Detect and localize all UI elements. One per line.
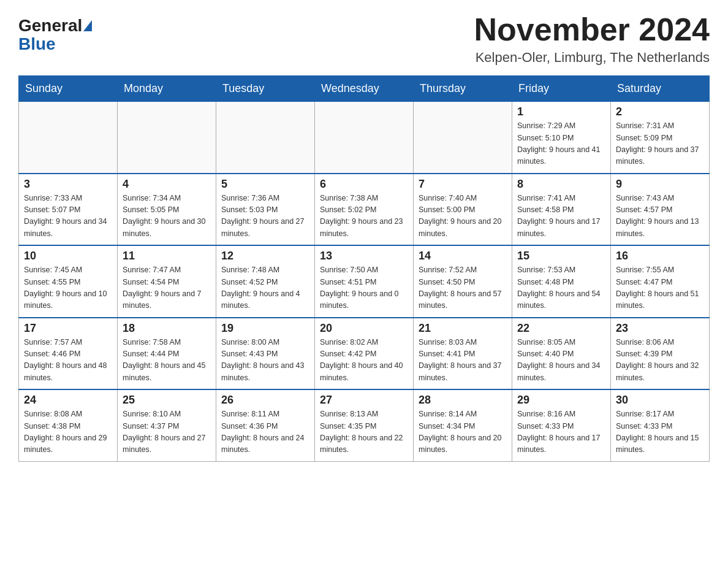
day-info: Sunrise: 8:13 AMSunset: 4:35 PMDaylight:…: [320, 408, 408, 456]
day-number: 16: [616, 250, 704, 262]
day-number: 11: [123, 250, 211, 262]
month-title: November 2024: [474, 12, 710, 47]
day-info: Sunrise: 7:48 AMSunset: 4:52 PMDaylight:…: [221, 264, 309, 312]
calendar-cell: [118, 102, 216, 174]
day-info: Sunrise: 8:10 AMSunset: 4:37 PMDaylight:…: [123, 408, 211, 456]
day-number: 17: [24, 322, 112, 335]
calendar-table: SundayMondayTuesdayWednesdayThursdayFrid…: [18, 75, 710, 462]
day-number: 7: [419, 178, 507, 191]
weekday-header-thursday: Thursday: [414, 76, 512, 102]
calendar-cell: 26Sunrise: 8:11 AMSunset: 4:36 PMDayligh…: [216, 389, 315, 461]
calendar-cell: 19Sunrise: 8:00 AMSunset: 4:43 PMDayligh…: [216, 318, 315, 390]
day-number: 24: [24, 394, 112, 407]
weekday-header-saturday: Saturday: [611, 76, 710, 102]
day-info: Sunrise: 8:08 AMSunset: 4:38 PMDaylight:…: [24, 408, 112, 456]
day-number: 8: [517, 178, 605, 191]
calendar-cell: 5Sunrise: 7:36 AMSunset: 5:03 PMDaylight…: [216, 174, 315, 246]
day-number: 15: [517, 250, 605, 262]
calendar-cell: 11Sunrise: 7:47 AMSunset: 4:54 PMDayligh…: [118, 245, 216, 318]
calendar-cell: 27Sunrise: 8:13 AMSunset: 4:35 PMDayligh…: [315, 389, 414, 461]
day-info: Sunrise: 7:52 AMSunset: 4:50 PMDaylight:…: [419, 264, 507, 312]
day-info: Sunrise: 7:43 AMSunset: 4:57 PMDaylight:…: [616, 193, 704, 240]
calendar-cell: 6Sunrise: 7:38 AMSunset: 5:02 PMDaylight…: [315, 174, 414, 246]
day-info: Sunrise: 7:47 AMSunset: 4:54 PMDaylight:…: [123, 264, 211, 312]
calendar-cell: 9Sunrise: 7:43 AMSunset: 4:57 PMDaylight…: [611, 174, 710, 246]
calendar-cell: 20Sunrise: 8:02 AMSunset: 4:42 PMDayligh…: [315, 318, 414, 390]
day-info: Sunrise: 8:06 AMSunset: 4:39 PMDaylight:…: [616, 337, 704, 385]
day-number: 23: [616, 322, 704, 335]
calendar-cell: 2Sunrise: 7:31 AMSunset: 5:09 PMDaylight…: [611, 102, 710, 174]
calendar-cell: 25Sunrise: 8:10 AMSunset: 4:37 PMDayligh…: [118, 389, 216, 461]
logo-general-text: General: [18, 17, 82, 34]
day-number: 12: [221, 250, 309, 262]
day-info: Sunrise: 7:34 AMSunset: 5:05 PMDaylight:…: [123, 193, 211, 240]
calendar-cell: 29Sunrise: 8:16 AMSunset: 4:33 PMDayligh…: [512, 389, 611, 461]
calendar-cell: [315, 102, 414, 174]
calendar-cell: 18Sunrise: 7:58 AMSunset: 4:44 PMDayligh…: [118, 318, 216, 390]
day-number: 20: [320, 322, 408, 335]
day-number: 14: [419, 250, 507, 262]
weekday-header-friday: Friday: [512, 76, 611, 102]
weekday-header-tuesday: Tuesday: [216, 76, 315, 102]
calendar-cell: [414, 102, 512, 174]
day-info: Sunrise: 7:41 AMSunset: 4:58 PMDaylight:…: [517, 193, 605, 240]
day-number: 30: [616, 394, 704, 407]
day-number: 19: [221, 322, 309, 335]
day-info: Sunrise: 7:50 AMSunset: 4:51 PMDaylight:…: [320, 264, 408, 312]
day-number: 6: [320, 178, 408, 191]
calendar-cell: [19, 102, 118, 174]
calendar-cell: 7Sunrise: 7:40 AMSunset: 5:00 PMDaylight…: [414, 174, 512, 246]
calendar-cell: 1Sunrise: 7:29 AMSunset: 5:10 PMDaylight…: [512, 102, 611, 174]
calendar-cell: [216, 102, 315, 174]
weekday-header-row: SundayMondayTuesdayWednesdayThursdayFrid…: [19, 76, 710, 102]
day-number: 1: [517, 105, 605, 118]
day-info: Sunrise: 7:58 AMSunset: 4:44 PMDaylight:…: [123, 337, 211, 385]
calendar-cell: 15Sunrise: 7:53 AMSunset: 4:48 PMDayligh…: [512, 245, 611, 318]
week-row-2: 3Sunrise: 7:33 AMSunset: 5:07 PMDaylight…: [19, 174, 710, 246]
day-info: Sunrise: 7:31 AMSunset: 5:09 PMDaylight:…: [616, 120, 704, 168]
calendar-cell: 4Sunrise: 7:34 AMSunset: 5:05 PMDaylight…: [118, 174, 216, 246]
weekday-header-wednesday: Wednesday: [315, 76, 414, 102]
day-number: 2: [616, 105, 704, 118]
logo: General Blue: [18, 12, 93, 54]
location-subtitle: Kelpen-Oler, Limburg, The Netherlands: [474, 50, 710, 66]
calendar-cell: 10Sunrise: 7:45 AMSunset: 4:55 PMDayligh…: [19, 245, 118, 318]
title-area: November 2024 Kelpen-Oler, Limburg, The …: [474, 12, 710, 66]
day-info: Sunrise: 8:03 AMSunset: 4:41 PMDaylight:…: [419, 337, 507, 385]
calendar-cell: 24Sunrise: 8:08 AMSunset: 4:38 PMDayligh…: [19, 389, 118, 461]
day-info: Sunrise: 7:40 AMSunset: 5:00 PMDaylight:…: [419, 193, 507, 240]
day-info: Sunrise: 7:57 AMSunset: 4:46 PMDaylight:…: [24, 337, 112, 385]
calendar-cell: 14Sunrise: 7:52 AMSunset: 4:50 PMDayligh…: [414, 245, 512, 318]
page-header: General Blue November 2024 Kelpen-Oler, …: [18, 12, 710, 66]
weekday-header-monday: Monday: [118, 76, 216, 102]
calendar-cell: 12Sunrise: 7:48 AMSunset: 4:52 PMDayligh…: [216, 245, 315, 318]
day-number: 13: [320, 250, 408, 262]
calendar-cell: 3Sunrise: 7:33 AMSunset: 5:07 PMDaylight…: [19, 174, 118, 246]
day-info: Sunrise: 8:16 AMSunset: 4:33 PMDaylight:…: [517, 408, 605, 456]
day-number: 4: [123, 178, 211, 191]
calendar-cell: 22Sunrise: 8:05 AMSunset: 4:40 PMDayligh…: [512, 318, 611, 390]
day-number: 3: [24, 178, 112, 191]
day-number: 5: [221, 178, 309, 191]
day-info: Sunrise: 7:55 AMSunset: 4:47 PMDaylight:…: [616, 264, 704, 312]
calendar-cell: 13Sunrise: 7:50 AMSunset: 4:51 PMDayligh…: [315, 245, 414, 318]
day-info: Sunrise: 8:02 AMSunset: 4:42 PMDaylight:…: [320, 337, 408, 385]
day-number: 22: [517, 322, 605, 335]
day-number: 28: [419, 394, 507, 407]
week-row-5: 24Sunrise: 8:08 AMSunset: 4:38 PMDayligh…: [19, 389, 710, 461]
day-info: Sunrise: 7:33 AMSunset: 5:07 PMDaylight:…: [24, 193, 112, 240]
day-number: 21: [419, 322, 507, 335]
day-info: Sunrise: 7:29 AMSunset: 5:10 PMDaylight:…: [517, 120, 605, 168]
day-info: Sunrise: 8:11 AMSunset: 4:36 PMDaylight:…: [221, 408, 309, 456]
weekday-header-sunday: Sunday: [19, 76, 118, 102]
week-row-4: 17Sunrise: 7:57 AMSunset: 4:46 PMDayligh…: [19, 318, 710, 390]
logo-blue-text: Blue: [18, 34, 56, 53]
day-number: 25: [123, 394, 211, 407]
day-number: 27: [320, 394, 408, 407]
calendar-cell: 28Sunrise: 8:14 AMSunset: 4:34 PMDayligh…: [414, 389, 512, 461]
day-info: Sunrise: 8:05 AMSunset: 4:40 PMDaylight:…: [517, 337, 605, 385]
calendar-cell: 8Sunrise: 7:41 AMSunset: 4:58 PMDaylight…: [512, 174, 611, 246]
calendar-cell: 16Sunrise: 7:55 AMSunset: 4:47 PMDayligh…: [611, 245, 710, 318]
day-number: 18: [123, 322, 211, 335]
day-number: 29: [517, 394, 605, 407]
